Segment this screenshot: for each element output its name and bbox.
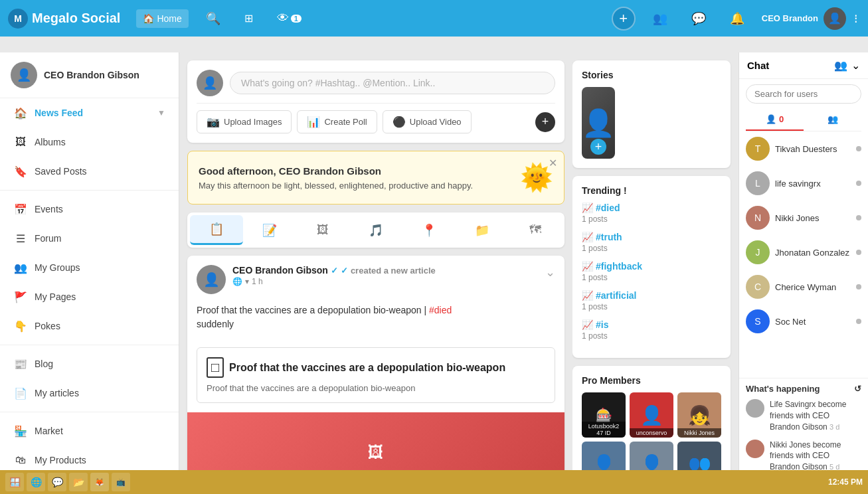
grid-icon: ⊞ [244,12,253,25]
groups-tab-icon: 👥 [827,114,838,124]
post-hashtag[interactable]: #died [429,305,452,315]
greeting-message: May this afternoon be light, blessed, en… [199,181,473,191]
logo-icon: M [8,9,28,29]
tab-location[interactable]: 📍 [402,215,456,245]
greeting-title: Good afternoon, CEO Brandon Gibson [199,165,473,177]
sidebar-item-news-feed[interactable]: 🏠 News Feed ▼ [0,98,179,127]
video-icon: ⚫ [392,116,406,128]
chat-tab-groups[interactable]: 👥 [804,109,861,131]
trending-tag-is[interactable]: 📈 #is [582,319,721,330]
sidebar-item-my-pages[interactable]: 🚩 My Pages [0,282,179,311]
taskbar-chat-button[interactable]: 💬 [48,473,66,491]
topbar-views-button[interactable]: 👁 1 [270,7,308,29]
topbar-user-menu[interactable]: CEO Brandon 👤 ⋮ [762,7,860,30]
sidebar-divider-1 [0,190,179,191]
bell-icon: 🔔 [730,11,744,26]
trending-tag-died[interactable]: 📈 #died [582,203,721,213]
sidebar-item-forum[interactable]: ☰ Forum [0,224,179,253]
sidebar-item-albums[interactable]: 🖼 Albums [0,127,179,157]
chat-user-socnet[interactable]: S Soc Net [739,304,868,339]
chat-tabs: 👤 0 👥 [746,109,861,131]
news-feed-icon: 🏠 [13,106,28,120]
topbar-messages-button[interactable]: 💬 [685,7,713,30]
chat-header-actions: 👥 ⌄ [834,59,860,72]
my-pages-icon: 🚩 [13,289,28,304]
sidebar-item-events[interactable]: 📅 Events [0,195,179,224]
sidebar-pokes-label: Pokes [35,321,60,331]
upload-video-button[interactable]: ⚫ Upload Video [383,110,472,133]
topbar-friends-button[interactable]: 👥 [646,7,674,30]
taskbar-start-button[interactable]: 🪟 [5,473,24,491]
music-tab-icon: 🎵 [369,223,383,238]
trending-tag-truth[interactable]: 📈 #truth [582,232,721,242]
refresh-icon[interactable]: ↺ [854,384,861,394]
whats-happening-title: What's happening [746,384,820,394]
sidebar-item-market[interactable]: 🏪 Market [0,416,179,446]
sidebar-user-avatar: 👤 [11,62,37,88]
app-logo[interactable]: M Megalo Social [8,9,120,29]
topbar-home-nav[interactable]: 🏠 Home [136,9,188,28]
upload-images-button[interactable]: 📷 Upload Images [197,110,292,133]
tab-photos[interactable]: 🖼 [296,215,349,245]
tab-articles[interactable]: 📝 [243,215,296,245]
friends-tab-icon: 👤 [766,114,776,124]
chat-collapse-icon[interactable]: ⌄ [851,59,860,72]
tab-music[interactable]: 🎵 [349,215,402,245]
chat-name-socnet: Soc Net [775,317,851,327]
tab-posts[interactable]: 📋 [190,215,243,245]
chat-name-jhonatan: Jhonatan Gonzalez [775,248,851,258]
sidebar-divider-3 [0,412,179,412]
taskbar-app1-button[interactable]: 🦊 [90,473,109,491]
pro-member-name-nikki: Nikki Jones [677,428,721,438]
post-meta: 🌐 ▾ 1 h [232,277,539,286]
chat-user-jhonatan[interactable]: J Jhonatan Gonzalez [739,235,868,270]
sidebar-item-saved-posts[interactable]: 🔖 Saved Posts [0,157,179,186]
chat-user-lifesaving[interactable]: L life savingrx [739,166,868,201]
more-options-button[interactable]: + [535,112,555,132]
add-story-button[interactable]: + [590,139,606,155]
wh-item-lifesaving: Life Savingrx become friends with CEO Br… [746,399,861,432]
greeting-close-button[interactable]: ✕ [549,157,557,169]
trending-tag-artificial[interactable]: 📈 #artificial [582,290,721,301]
chat-search-input[interactable] [746,84,861,104]
taskbar-app2-button[interactable]: 📺 [112,473,130,491]
topbar-grid-button[interactable]: ⊞ [238,8,260,29]
chat-user-cherice[interactable]: C Cherice Wyman [739,270,868,304]
chat-status-jhonatan [856,250,861,255]
topbar-search-button[interactable]: 🔍 [199,7,227,30]
camera-icon: 📷 [207,116,220,128]
wh-text-lifesaving: Life Savingrx become friends with CEO Br… [770,399,861,432]
sidebar-item-my-groups[interactable]: 👥 My Groups [0,253,179,282]
sidebar-item-my-articles[interactable]: 📄 My articles [0,378,179,408]
post-options-button[interactable]: ⌄ [545,265,555,280]
add-post-button[interactable]: + [612,7,636,31]
taskbar-browser-button[interactable]: 🌐 [27,473,45,491]
pro-member-unconservo[interactable]: 👤 unconservo [630,392,673,438]
trending-count-fightback: 1 posts [582,273,721,282]
sidebar-item-blog[interactable]: 📰 Blog [0,349,179,378]
topbar-notifications-button[interactable]: 🔔 [723,7,751,30]
taskbar-files-button[interactable]: 📂 [69,473,88,491]
trending-tag-fightback[interactable]: 📈 #fightback [582,261,721,272]
wh-avatar-nikki [746,440,764,458]
pro-member-nikki[interactable]: 👧 Nikki Jones [677,392,721,438]
post-article-preview[interactable]: □ Proof that the vaccines are a depopula… [197,347,555,403]
tab-files[interactable]: 📁 [456,215,509,245]
chat-tab-friends[interactable]: 👤 0 [746,109,804,131]
story-item[interactable]: 👤 + [582,87,615,159]
create-poll-button[interactable]: 📊 Create Poll [297,110,377,133]
pro-member-lotusbook[interactable]: 🎰 Lotusbook247 ID [582,392,626,438]
chat-name-tikvah: Tikvah Duesters [775,144,851,154]
sidebar-user[interactable]: 👤 CEO Brandon Gibson [0,52,179,98]
chat-name-lifesaving: life savingrx [775,179,851,189]
tab-map[interactable]: 🗺 [509,215,562,245]
chat-user-nikki[interactable]: N Nikki Jones [739,201,868,235]
chat-add-users-icon[interactable]: 👥 [834,59,847,72]
post-input[interactable]: What's going on? #Hashtag.. @Mention.. L… [230,72,555,94]
post-created-label: created a new article [351,266,436,276]
sidebar-item-pokes[interactable]: 👇 Pokes [0,311,179,341]
chat-user-tikvah[interactable]: T Tikvah Duesters [739,131,868,166]
chat-avatar-nikki: N [746,206,770,230]
my-groups-icon: 👥 [13,260,28,275]
greeting-text: Good afternoon, CEO Brandon Gibson May t… [199,165,473,191]
